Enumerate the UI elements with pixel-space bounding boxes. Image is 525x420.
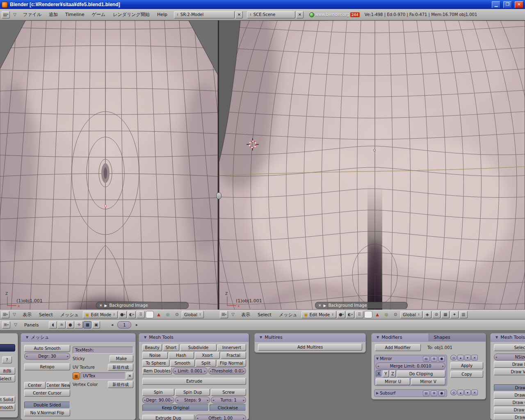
innervert-selector[interactable]: Innervert bbox=[217, 344, 246, 351]
draw-creases-toggle[interactable]: Draw Creases bbox=[494, 399, 525, 406]
background-image-panel-right[interactable]: ✕ ▶ Background Image bbox=[315, 302, 408, 309]
modifiers-tab[interactable]: ▼Modifiers bbox=[372, 333, 429, 342]
editor-type-menu[interactable]: ⊞▾ bbox=[1, 311, 9, 318]
face-select-icon[interactable]: ▲ bbox=[373, 311, 381, 318]
retopo-button[interactable]: Retopo bbox=[24, 363, 70, 370]
delete-vgroup-button[interactable]: 削除 bbox=[0, 368, 15, 374]
move-modifier-up-icon[interactable]: ▴ bbox=[457, 390, 464, 395]
split-button[interactable]: Split bbox=[196, 360, 216, 367]
screw-button[interactable]: Screw bbox=[211, 389, 246, 396]
3d-viewport-right[interactable]: xZ bbox=[219, 21, 525, 310]
mirror-x-toggle[interactable]: X bbox=[376, 370, 382, 377]
delete-modifier-icon[interactable]: ✕ bbox=[471, 390, 478, 395]
help-button[interactable]: ? bbox=[2, 356, 12, 363]
auto-smooth-toggle[interactable]: Auto Smooth bbox=[24, 345, 70, 352]
frame-number-field[interactable]: 1 bbox=[117, 321, 131, 329]
layers-widget[interactable]: ▦ bbox=[441, 311, 450, 318]
mode-selector[interactable]: ▣ Edit Mode ↕ bbox=[83, 311, 118, 318]
editing-context-icon[interactable]: ▦ bbox=[83, 321, 91, 329]
scene-selector[interactable]: ↕SCE:Scene bbox=[247, 11, 295, 18]
menu-render[interactable]: レンダリング開始 bbox=[110, 11, 153, 18]
do-clipping-toggle[interactable]: Do Clipping bbox=[397, 370, 445, 377]
hash-button[interactable]: Hash bbox=[169, 352, 194, 359]
opengl-render-icon[interactable]: ⊘ bbox=[432, 311, 441, 318]
proportional-edit-icon[interactable]: ◎ bbox=[164, 311, 172, 318]
flip-normal-button[interactable]: Flip Normal bbox=[217, 360, 246, 367]
center-button[interactable]: Center bbox=[24, 382, 46, 389]
proportional-edit-icon[interactable]: ◎ bbox=[382, 311, 390, 318]
limit-field[interactable]: ◂Limit: 0.001▸ bbox=[173, 368, 208, 374]
pivot-selector[interactable]: ◐▾ bbox=[346, 311, 354, 318]
orientation-selector[interactable]: Global ↕ bbox=[182, 311, 204, 318]
snap-icon[interactable]: ⊙ bbox=[173, 311, 181, 318]
render-visibility-icon[interactable]: ▤ bbox=[423, 390, 429, 396]
select-vgroup-button[interactable]: Select bbox=[0, 375, 15, 382]
select-swap-button[interactable]: Select Swap bbox=[494, 344, 525, 351]
shading-context-icon[interactable]: ● bbox=[66, 321, 74, 329]
move-modifier-down-icon[interactable]: ▾ bbox=[464, 390, 471, 395]
smooth-button[interactable]: Smooth bbox=[170, 360, 195, 367]
snap-icon[interactable]: ⊙ bbox=[391, 311, 399, 318]
maximize-button[interactable]: ❐ bbox=[503, 1, 512, 8]
menu-file[interactable]: ファイル bbox=[20, 11, 45, 18]
collapse-menus-icon[interactable]: ▽ bbox=[11, 11, 19, 18]
draw-normals-toggle[interactable]: Draw Normals bbox=[494, 361, 525, 368]
to-sphere-button[interactable]: To Sphere bbox=[142, 360, 169, 367]
mirror-u-toggle[interactable]: Mirror U bbox=[376, 378, 410, 385]
spin-dup-button[interactable]: Spin Dup bbox=[175, 389, 210, 396]
viewport-shading-selector[interactable]: ●▾ bbox=[337, 311, 345, 318]
move-modifier-down-icon[interactable]: ▾ bbox=[464, 355, 471, 361]
orientation-selector[interactable]: Global ↕ bbox=[400, 311, 422, 318]
new-vertex-color-button[interactable]: 新規作成 bbox=[108, 381, 133, 388]
move-modifier-up-icon[interactable]: ▴ bbox=[457, 355, 464, 361]
extrude-dup-button[interactable]: Extrude Dup bbox=[142, 415, 194, 420]
delete-uvtex-button[interactable]: ✕ bbox=[126, 372, 133, 379]
mesh-panel-tab[interactable]: ▼メッシュ bbox=[21, 333, 135, 342]
menu-mesh[interactable]: メッシュ bbox=[276, 312, 301, 318]
viewport-shading-selector[interactable]: ●▾ bbox=[119, 311, 127, 318]
menu-select[interactable]: Select bbox=[254, 312, 275, 317]
screen-selector[interactable]: ↕SR:2-Model bbox=[174, 11, 235, 18]
menu-mesh[interactable]: メッシュ bbox=[57, 312, 82, 318]
spin-degr-field[interactable]: ◂Degr: 90.00▸ bbox=[142, 397, 174, 404]
draw-sharp-toggle[interactable]: Draw Sharp bbox=[494, 414, 525, 420]
delete-scene-button[interactable]: ✕ bbox=[296, 11, 304, 18]
new-uv-texture-button[interactable]: 新規作成 bbox=[108, 364, 133, 371]
scene-context-icon[interactable]: ▣ bbox=[92, 321, 100, 329]
menu-help[interactable]: Help bbox=[154, 12, 171, 17]
delete-screen-button[interactable]: ✕ bbox=[235, 11, 243, 18]
apply-cage-icon[interactable]: ⊙ bbox=[450, 390, 457, 395]
add-modifier-button[interactable]: Add Modifier bbox=[375, 344, 421, 351]
editor-type-menu[interactable]: ▤▾ bbox=[2, 11, 10, 18]
mirror-z-toggle[interactable]: Z bbox=[390, 370, 396, 377]
mesh-tools-panel-tab[interactable]: ▼Mesh Tools bbox=[139, 333, 249, 342]
offset-field[interactable]: ◂Offset: 1.00▸ bbox=[195, 415, 247, 420]
menu-view[interactable]: 表示 bbox=[19, 312, 35, 318]
rem-doubles-button[interactable]: Rem Doubles bbox=[142, 368, 172, 374]
expand-icon[interactable]: ▶ bbox=[324, 304, 326, 308]
viewport-divider[interactable] bbox=[218, 21, 219, 310]
background-image-panel-left[interactable]: ✕ ▶ Background Image bbox=[96, 302, 189, 309]
apply-modifier-button[interactable]: Apply bbox=[450, 362, 483, 369]
menu-view[interactable]: 表示 bbox=[238, 312, 253, 318]
manipulator-widget[interactable]: ⠿ bbox=[355, 311, 363, 318]
collapse-menus-icon[interactable]: ▽ bbox=[10, 311, 18, 318]
close-icon[interactable]: ✕ bbox=[99, 304, 103, 308]
collapse-menus-icon[interactable]: ▽ bbox=[229, 311, 237, 318]
shapes-tab[interactable]: Shapes bbox=[429, 333, 486, 342]
mirror-v-toggle[interactable]: Mirror V bbox=[411, 378, 445, 385]
center-new-button[interactable]: Center New bbox=[46, 382, 70, 389]
uv-sync-icon[interactable]: ▥ bbox=[459, 311, 468, 318]
copy-modifier-button[interactable]: Copy bbox=[450, 371, 483, 378]
editor-type-menu[interactable]: ≣▾ bbox=[2, 321, 10, 329]
draw-edges-toggle[interactable]: Draw Edges bbox=[494, 392, 525, 399]
no-vnormal-flip-toggle[interactable]: No V.Normal Flip bbox=[24, 409, 70, 416]
clockwise-toggle[interactable]: Clockwise bbox=[210, 404, 246, 411]
mode-selector[interactable]: ▣ Edit Mode ↕ bbox=[301, 311, 336, 318]
expand-modifier-icon[interactable]: ▶ bbox=[376, 391, 379, 395]
area-split-widget[interactable] bbox=[216, 192, 221, 199]
mirror-y-toggle[interactable]: Y bbox=[383, 370, 389, 377]
render-visibility-icon[interactable]: ▤ bbox=[423, 356, 429, 362]
multires-panel-tab[interactable]: ▼Multires bbox=[255, 333, 365, 342]
3d-viewport-left[interactable]: xZ bbox=[0, 21, 218, 310]
